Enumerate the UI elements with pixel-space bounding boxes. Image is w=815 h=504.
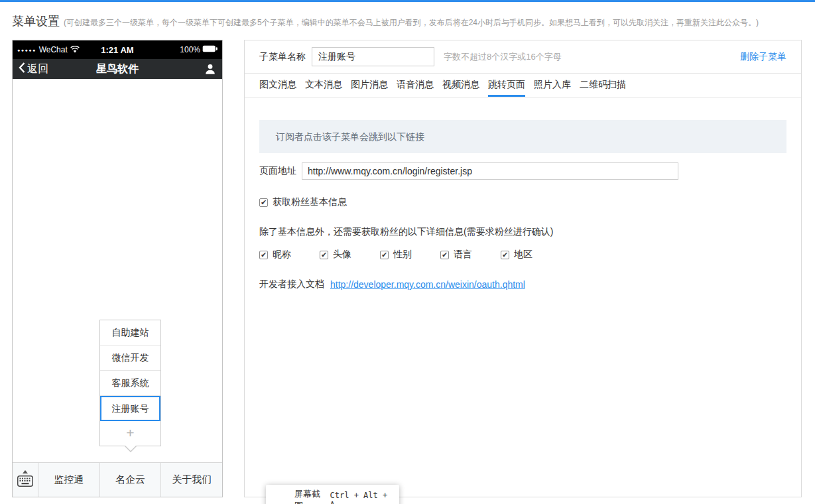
status-right: 100% [180,45,218,54]
content-type-tabs: 图文消息 文本消息 图片消息 语音消息 视频消息 跳转页面 照片入库 二维码扫描 [245,74,801,97]
phone-preview: ●●●●● WeChat 1:21 AM 100% 返回 星鸟 [12,40,223,497]
phone-nav-bar: 返回 星鸟软件 [13,59,222,79]
top-accent-bar [0,0,815,2]
keyboard-icon [17,475,33,489]
back-chevron-icon [19,62,25,76]
detail-info-note: 除了基本信息外，还需要获取粉丝的以下详细信息(需要求粉丝进行确认) [259,226,786,238]
basic-info-checkbox[interactable] [259,198,268,207]
nickname-label: 昵称 [273,249,291,261]
language-checkbox[interactable] [440,251,449,259]
region-label: 地区 [514,249,533,261]
detail-option: 昵称 [259,249,291,261]
avatar-checkbox[interactable] [320,251,328,259]
phone-status-bar: ●●●●● WeChat 1:21 AM 100% [13,40,222,59]
detail-option: 头像 [320,249,351,261]
detail-option: 地区 [501,249,533,261]
jump-page-settings: 订阅者点击该子菜单会跳到以下链接 页面地址 获取粉丝基本信息 除了基本信息外，还… [245,120,801,290]
developer-doc-label: 开发者接入文档 [259,279,324,290]
submenu-item[interactable]: 自助建站 [100,320,160,346]
clock-label: 1:21 AM [101,45,133,55]
developer-doc-link[interactable]: http://developer.mqy.com.cn/weixin/oauth… [330,279,525,290]
page-url-row: 页面地址 [259,162,786,180]
detail-options-row: 昵称 头像 性别 语言 地区 [259,249,786,261]
tab-video-message[interactable]: 视频消息 [442,74,479,97]
submenu-popup: 自助建站 微信开发 客服系统 注册账号 + [99,320,161,446]
language-label: 语言 [454,249,472,261]
bottom-menu-item[interactable]: 关于我们 [160,463,222,497]
bottom-menu-item[interactable]: 名企云 [99,463,161,497]
tab-photo-upload[interactable]: 照片入库 [534,74,571,97]
gender-label: 性别 [393,249,412,261]
caret-up-icon [23,470,28,473]
basic-info-label: 获取粉丝基本信息 [273,196,347,208]
popup-arrow-inner [125,446,136,451]
tab-picture-message[interactable]: 图片消息 [351,74,388,97]
keyboard-toggle-button[interactable] [13,463,38,497]
page-url-input[interactable] [302,162,678,180]
account-title: 星鸟软件 [96,62,139,76]
screenshot-label: 屏幕截图 [294,488,326,504]
nickname-checkbox[interactable] [259,251,268,259]
wifi-icon [70,44,80,56]
bottom-menu-item[interactable]: 监控通 [38,463,99,497]
tab-jump-page[interactable]: 跳转页面 [488,74,525,97]
tab-image-text-message[interactable]: 图文消息 [259,74,296,97]
battery-percent-label: 100% [180,45,200,54]
submenu-name-input[interactable] [312,47,434,66]
tab-qrcode-scan[interactable]: 二维码扫描 [580,74,626,97]
screenshot-menu-item[interactable]: 屏幕截图 Ctrl + Alt + A [266,491,399,504]
basic-info-row: 获取粉丝基本信息 [259,196,786,208]
plus-icon: + [126,425,134,440]
status-left: ●●●●● WeChat [17,44,80,56]
menu-settings-page: 菜单设置 (可创建最多三个一级菜单，每个一级菜单下可创建最多5个子菜单，编辑中的… [0,0,815,504]
back-label: 返回 [27,62,48,76]
submenu-item-selected[interactable]: 注册账号 [100,396,160,421]
signal-dots-icon: ●●●●● [17,48,36,52]
notice-banner: 订阅者点击该子菜单会跳到以下链接 [259,120,786,153]
page-subtitle: (可创建最多三个一级菜单，每个一级菜单下可创建最多5个子菜单，编辑中的菜单不会马… [64,17,759,29]
page-url-label: 页面地址 [259,165,296,177]
submenu-editor-panel: 子菜单名称 字数不超过8个汉字或16个字母 删除子菜单 图文消息 文本消息 图片… [244,40,802,497]
screenshot-shortcut: Ctrl + Alt + A [330,491,390,504]
submenu-item[interactable]: 微信开发 [100,346,160,371]
tab-voice-message[interactable]: 语音消息 [397,74,434,97]
delete-submenu-link[interactable]: 删除子菜单 [740,51,786,63]
carrier-label: WeChat [39,45,68,54]
back-button[interactable]: 返回 [19,62,48,76]
submenu-name-label: 子菜单名称 [259,51,306,63]
detail-option: 性别 [380,249,412,261]
user-icon [204,63,216,75]
avatar-label: 头像 [333,249,351,261]
add-submenu-button[interactable]: + [100,421,160,446]
submenu-name-row: 子菜单名称 字数不超过8个汉字或16个字母 删除子菜单 [245,40,801,74]
submenu-name-hint: 字数不超过8个汉字或16个字母 [444,51,562,63]
phone-bottom-menu-bar: 监控通 名企云 关于我们 [13,462,222,497]
detail-option: 语言 [440,249,472,261]
screenshot-tool-popup: 屏幕截图 Ctrl + Alt + A ✓ 截图时隐藏当前窗口 [266,485,399,504]
page-title: 菜单设置 [12,13,60,29]
tab-text-message[interactable]: 文本消息 [305,74,342,97]
submenu-item[interactable]: 客服系统 [100,371,160,396]
gender-checkbox[interactable] [380,251,389,259]
battery-icon [202,45,218,54]
region-checkbox[interactable] [501,251,509,259]
page-header: 菜单设置 (可创建最多三个一级菜单，每个一级菜单下可创建最多5个子菜单，编辑中的… [12,13,808,29]
developer-doc-row: 开发者接入文档 http://developer.mqy.com.cn/weix… [259,279,786,290]
